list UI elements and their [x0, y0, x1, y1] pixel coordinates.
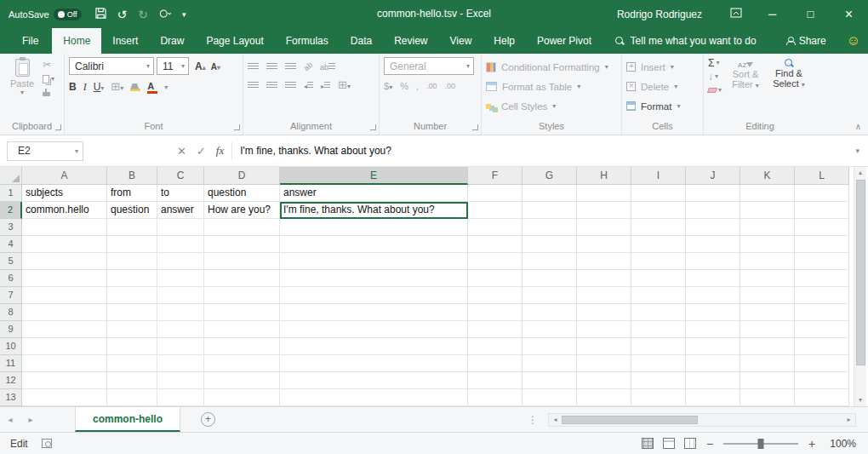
cell-K12[interactable]	[740, 372, 795, 389]
redo-button[interactable]: ↻	[138, 9, 148, 20]
cell-I2[interactable]	[631, 202, 686, 219]
alignment-dialog-launcher[interactable]	[370, 124, 376, 130]
cell-D10[interactable]	[204, 338, 280, 355]
insert-function-button[interactable]: fx	[216, 144, 224, 158]
customize-quick-access-button[interactable]: ▾	[182, 9, 186, 20]
cell-C7[interactable]	[157, 287, 204, 304]
cell-F2[interactable]	[468, 202, 523, 219]
close-button[interactable]: ×	[830, 0, 868, 28]
cell-I3[interactable]	[631, 219, 686, 236]
zoom-slider[interactable]	[723, 443, 798, 445]
cell-H2[interactable]	[577, 202, 631, 219]
cell-L6[interactable]	[795, 270, 849, 287]
cell-D4[interactable]	[204, 236, 280, 253]
cut-button[interactable]: ✂	[43, 60, 54, 70]
cell-A7[interactable]	[22, 287, 107, 304]
clipboard-dialog-launcher[interactable]	[55, 124, 61, 130]
cell-E3[interactable]	[280, 219, 468, 236]
cell-F7[interactable]	[468, 287, 523, 304]
cell-C2[interactable]: answer	[157, 202, 204, 219]
cell-A9[interactable]	[22, 321, 107, 338]
cell-F9[interactable]	[468, 321, 523, 338]
cell-L5[interactable]	[795, 253, 849, 270]
cell-K10[interactable]	[740, 338, 795, 355]
cell-A10[interactable]	[22, 338, 107, 355]
scroll-up-icon[interactable]: ▴	[859, 167, 862, 179]
cell-I4[interactable]	[631, 236, 686, 253]
cell-E1[interactable]: answer	[280, 185, 468, 202]
cell-G3[interactable]	[523, 219, 577, 236]
fill-button[interactable]: ↓▾	[708, 72, 722, 82]
cell-K4[interactable]	[740, 236, 795, 253]
column-header-L[interactable]: L	[795, 167, 849, 185]
cell-F5[interactable]	[468, 253, 523, 270]
cell-E13[interactable]	[280, 389, 468, 406]
vertical-scrollbar-thumb[interactable]	[856, 180, 865, 365]
tab-review[interactable]: Review	[383, 28, 438, 54]
decrease-decimal-button[interactable]: .00	[445, 82, 456, 90]
tab-help[interactable]: Help	[483, 28, 526, 54]
page-layout-view-button[interactable]	[663, 438, 675, 449]
underline-button[interactable]: U▾	[94, 81, 105, 93]
cell-C8[interactable]	[157, 304, 204, 321]
cell-J10[interactable]	[686, 338, 740, 355]
cell-C1[interactable]: to	[157, 185, 204, 202]
cell-styles-button[interactable]: Cell Styles ▾	[486, 96, 617, 116]
sheet-tab-common-hello[interactable]: common-hello	[75, 407, 180, 432]
cell-F12[interactable]	[468, 372, 523, 389]
percent-style-button[interactable]: %	[400, 81, 408, 91]
cell-F1[interactable]	[468, 185, 523, 202]
row-header-13[interactable]: 13	[0, 389, 22, 406]
column-header-J[interactable]: J	[686, 167, 740, 185]
cell-H8[interactable]	[577, 304, 631, 321]
cell-B1[interactable]: from	[107, 185, 157, 202]
middle-align-icon[interactable]	[266, 63, 277, 70]
orientation-icon[interactable]: ab	[302, 60, 314, 72]
cell-A5[interactable]	[22, 253, 107, 270]
cell-C3[interactable]	[157, 219, 204, 236]
cell-L7[interactable]	[795, 287, 849, 304]
enter-entry-button[interactable]: ✓	[197, 145, 206, 158]
autosave-switch[interactable]: Off	[54, 9, 82, 20]
cell-A13[interactable]	[22, 389, 107, 406]
cell-I8[interactable]	[631, 304, 686, 321]
row-header-3[interactable]: 3	[0, 219, 22, 236]
number-format-combobox[interactable]: General ▾	[384, 57, 474, 75]
cell-A11[interactable]	[22, 355, 107, 372]
cell-B9[interactable]	[107, 321, 157, 338]
tab-insert[interactable]: Insert	[101, 28, 149, 54]
cell-D11[interactable]	[204, 355, 280, 372]
tab-formulas[interactable]: Formulas	[275, 28, 340, 54]
cell-H5[interactable]	[577, 253, 631, 270]
zoom-level[interactable]: 100%	[825, 438, 856, 450]
copy-button[interactable]: ▾	[43, 74, 54, 84]
cell-C10[interactable]	[157, 338, 204, 355]
cell-I6[interactable]	[631, 270, 686, 287]
cell-H10[interactable]	[577, 338, 631, 355]
cell-G12[interactable]	[523, 372, 577, 389]
cell-F4[interactable]	[468, 236, 523, 253]
cell-D5[interactable]	[204, 253, 280, 270]
fill-color-button[interactable]	[130, 83, 140, 91]
insert-cells-button[interactable]: Insert ▾	[626, 57, 699, 77]
cell-C9[interactable]	[157, 321, 204, 338]
tab-splitter-icon[interactable]: ⋮	[528, 414, 538, 426]
next-sheet-button[interactable]: ▸	[20, 415, 41, 424]
cell-F13[interactable]	[468, 389, 523, 406]
row-header-10[interactable]: 10	[0, 338, 22, 355]
cell-D7[interactable]	[204, 287, 280, 304]
font-name-combobox[interactable]: Calibri ▾	[69, 57, 154, 75]
horizontal-scrollbar-thumb[interactable]	[562, 416, 698, 424]
cell-E8[interactable]	[280, 304, 468, 321]
cell-G2[interactable]	[523, 202, 577, 219]
cancel-entry-button[interactable]: ✕	[177, 145, 186, 158]
cell-L1[interactable]	[795, 185, 849, 202]
cell-H3[interactable]	[577, 219, 631, 236]
cell-L8[interactable]	[795, 304, 849, 321]
cell-J11[interactable]	[686, 355, 740, 372]
cell-J7[interactable]	[686, 287, 740, 304]
row-header-5[interactable]: 5	[0, 253, 22, 270]
cell-D6[interactable]	[204, 270, 280, 287]
zoom-in-button[interactable]: +	[808, 437, 816, 451]
cell-J1[interactable]	[686, 185, 740, 202]
